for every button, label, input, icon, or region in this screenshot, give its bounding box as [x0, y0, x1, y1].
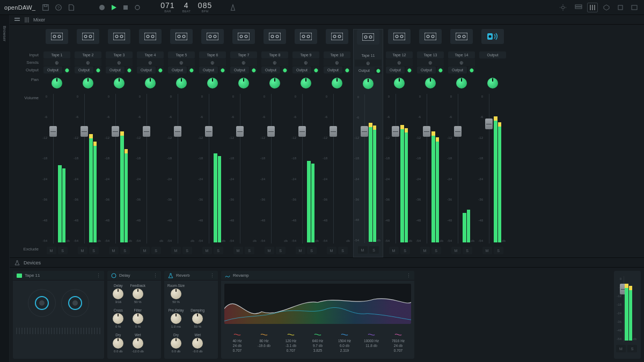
- channel-strip[interactable]: Tape 11 ⊕ Output ⬤ 0-6-12-18-24-36-48-54…: [353, 29, 383, 257]
- eq-freq-value[interactable]: 1504 Hz: [332, 339, 357, 343]
- channel-strip[interactable]: Tape 10 ⊕ Output ⬤ 0-6-12-18-24-36-48-54…: [322, 29, 352, 257]
- mute-button[interactable]: M: [327, 247, 336, 254]
- solo-button[interactable]: S: [494, 247, 503, 254]
- sun-icon[interactable]: [558, 3, 568, 12]
- master-channel[interactable]: Output 0-6-12-18-24-36-48-54 db M S: [478, 29, 508, 257]
- fader-track[interactable]: [328, 94, 338, 243]
- fader-track[interactable]: [391, 94, 400, 243]
- input-field[interactable]: Tape 9: [292, 51, 319, 58]
- device-menu-icon[interactable]: ⋮: [210, 273, 215, 278]
- pan-knob[interactable]: [425, 78, 436, 88]
- input-field[interactable]: Tape 14: [448, 51, 475, 58]
- input-field[interactable]: Tape 12: [386, 51, 413, 58]
- output-enable-button[interactable]: ⬤: [406, 67, 413, 73]
- fader-handle[interactable]: [485, 119, 493, 129]
- param-knob[interactable]: [133, 313, 143, 324]
- output-field[interactable]: Output: [230, 67, 249, 73]
- solo-button[interactable]: S: [338, 247, 348, 254]
- play-button[interactable]: [109, 3, 118, 12]
- mute-button[interactable]: M: [140, 247, 150, 254]
- pan-knob[interactable]: [114, 78, 125, 88]
- param-knob[interactable]: [113, 289, 123, 299]
- channel-icon-box[interactable]: [170, 29, 193, 44]
- solo-button[interactable]: S: [214, 247, 223, 254]
- pan-knob[interactable]: [83, 78, 93, 88]
- pan-knob[interactable]: [456, 78, 467, 88]
- output-field[interactable]: Output: [386, 67, 405, 73]
- solo-button[interactable]: S: [369, 246, 379, 254]
- pan-knob[interactable]: [145, 78, 156, 88]
- fader-track[interactable]: [142, 94, 151, 243]
- fader-handle[interactable]: [454, 126, 462, 137]
- sends-add-button[interactable]: ⊕: [106, 59, 133, 66]
- eq-freq-value[interactable]: 7816 Hz: [385, 339, 411, 343]
- view-browser-icon[interactable]: [629, 3, 640, 12]
- mute-button[interactable]: M: [451, 247, 461, 254]
- sends-add-button[interactable]: ⊕: [386, 59, 413, 66]
- output-field[interactable]: Output: [261, 67, 280, 73]
- solo-button[interactable]: S: [276, 247, 286, 254]
- view-arrange-icon[interactable]: [573, 3, 584, 12]
- pan-knob[interactable]: [269, 78, 280, 88]
- eq-gain-value[interactable]: 6.0 db: [332, 344, 357, 348]
- channel-strip[interactable]: Tape 2 ⊕ Output ⬤ 0-6-12-18-24-36-48-54 …: [73, 29, 103, 257]
- stop-button[interactable]: [121, 3, 130, 12]
- input-field[interactable]: Tape 4: [137, 51, 164, 58]
- sends-add-button[interactable]: ⊕: [324, 59, 350, 66]
- eq-q-value[interactable]: [251, 349, 277, 352]
- mute-button[interactable]: M: [482, 247, 492, 254]
- sends-add-button[interactable]: ⊕: [75, 59, 101, 66]
- output-field[interactable]: Output: [355, 67, 374, 74]
- channel-icon-box[interactable]: [388, 29, 411, 44]
- output-solo-btn[interactable]: S: [627, 345, 637, 352]
- channel-strip[interactable]: Tape 5 ⊕ Output ⬤ 0-6-12-18-24-36-48-54 …: [166, 29, 196, 257]
- eq-freq-value[interactable]: 10000 Hz: [358, 339, 384, 343]
- sends-add-button[interactable]: ⊕: [417, 59, 444, 66]
- sends-add-button[interactable]: ⊕: [43, 59, 70, 66]
- eq-q-value[interactable]: 3.825: [305, 349, 331, 352]
- reel-left[interactable]: [28, 289, 56, 317]
- solo-button[interactable]: S: [400, 247, 410, 254]
- channel-strip[interactable]: Tape 8 ⊕ Output ⬤ 0-6-12-18-24-36-48-54 …: [260, 29, 290, 257]
- sends-add-button[interactable]: ⊕: [199, 59, 226, 66]
- eq-freq-value[interactable]: 120 Hz: [278, 339, 304, 343]
- eq-band-icon[interactable]: [224, 331, 250, 338]
- beat-value[interactable]: 4: [184, 2, 189, 9]
- device-menu-icon[interactable]: ⋮: [406, 273, 411, 278]
- mute-button[interactable]: M: [47, 247, 56, 254]
- output-enable-button[interactable]: ⬤: [94, 67, 101, 73]
- channel-strip[interactable]: Tape 14 ⊕ Output ⬤ 0-6-12-18-24-36-48-54…: [447, 29, 477, 257]
- eq-band-icon[interactable]: [305, 331, 331, 338]
- record-button[interactable]: [98, 3, 106, 12]
- fader-handle[interactable]: [298, 126, 306, 137]
- device-menu-icon[interactable]: ⋮: [153, 273, 158, 278]
- param-knob[interactable]: [133, 338, 143, 349]
- fader-track[interactable]: [48, 94, 58, 243]
- param-knob[interactable]: [192, 338, 203, 349]
- fader-track[interactable]: [173, 94, 182, 243]
- loop-button[interactable]: [133, 3, 142, 12]
- channel-icon-box[interactable]: [108, 29, 130, 44]
- output-field[interactable]: Output: [75, 67, 93, 73]
- output-icon-box[interactable]: [481, 29, 504, 44]
- fader-handle[interactable]: [330, 126, 337, 137]
- output-enable-button[interactable]: ⬤: [281, 67, 288, 73]
- input-field[interactable]: Tape 8: [261, 51, 288, 58]
- mute-button[interactable]: M: [389, 247, 399, 254]
- view-cpu-icon[interactable]: [615, 3, 626, 12]
- output-enable-button[interactable]: ⬤: [375, 67, 382, 74]
- eq-gain-value[interactable]: 9.7 db: [305, 344, 331, 348]
- pan-knob[interactable]: [363, 78, 374, 89]
- input-field[interactable]: Tape 3: [106, 51, 133, 58]
- fader-handle[interactable]: [49, 126, 57, 137]
- param-knob[interactable]: [171, 289, 181, 299]
- channel-strip[interactable]: Tape 6 ⊕ Output ⬤ 0-6-12-18-24-36-48-54 …: [197, 29, 228, 257]
- pan-knob[interactable]: [238, 78, 249, 88]
- pan-knob[interactable]: [52, 78, 62, 88]
- eq-freq-value[interactable]: 640 Hz: [305, 339, 331, 343]
- fader-handle[interactable]: [80, 126, 88, 137]
- channel-icon-box[interactable]: [295, 29, 317, 44]
- fader-track[interactable]: [266, 94, 276, 243]
- output-field[interactable]: Output: [106, 67, 125, 73]
- output-field[interactable]: Output: [199, 67, 218, 73]
